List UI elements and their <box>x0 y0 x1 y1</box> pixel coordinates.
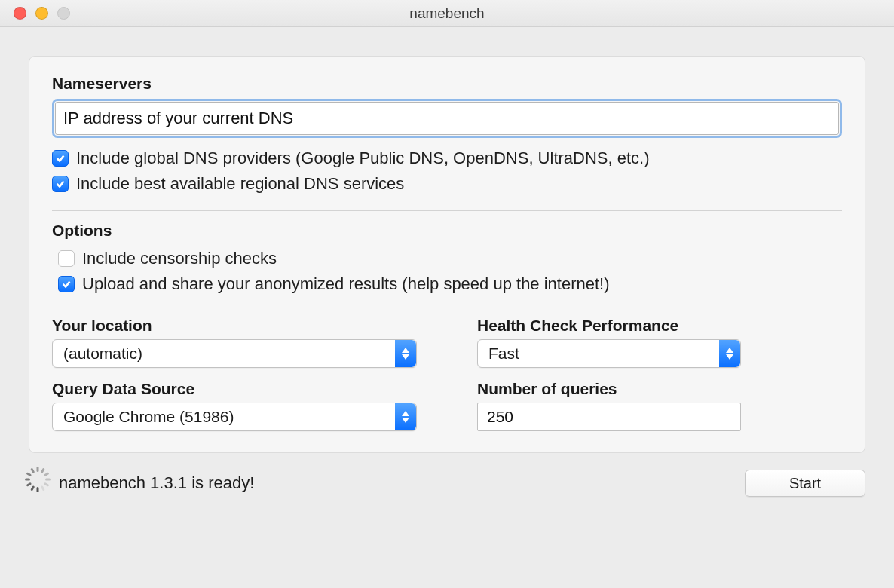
include-regional-label: Include best available regional DNS serv… <box>76 171 404 197</box>
location-value: (automatic) <box>63 345 142 363</box>
health-select[interactable]: Fast <box>477 339 741 368</box>
health-label: Health Check Performance <box>477 317 842 335</box>
start-button[interactable]: Start <box>745 470 865 497</box>
queries-field: Number of queries <box>477 380 842 431</box>
include-global-checkbox[interactable] <box>52 150 69 167</box>
include-regional-checkbox[interactable] <box>52 176 69 192</box>
window-titlebar: namebench <box>0 0 894 27</box>
include-regional-row[interactable]: Include best available regional DNS serv… <box>52 171 842 197</box>
options-heading: Options <box>52 222 842 240</box>
data-source-field: Query Data Source Google Chrome (51986) <box>52 380 417 431</box>
queries-input[interactable] <box>477 403 741 431</box>
select-stepper-icon <box>395 340 416 367</box>
data-source-value: Google Chrome (51986) <box>63 408 234 426</box>
chevron-up-icon <box>402 348 409 353</box>
checkmark-icon <box>55 153 66 164</box>
settings-panel: Nameservers Include global DNS providers… <box>29 56 865 453</box>
data-source-select[interactable]: Google Chrome (51986) <box>52 403 417 431</box>
divider <box>52 210 842 211</box>
nameservers-heading: Nameservers <box>52 75 842 93</box>
checkmark-icon <box>61 279 72 289</box>
health-value: Fast <box>488 345 519 363</box>
health-field: Health Check Performance Fast <box>477 317 842 368</box>
include-global-label: Include global DNS providers (Google Pub… <box>76 145 650 171</box>
chevron-down-icon <box>726 354 733 360</box>
minimize-window-button[interactable] <box>35 7 48 20</box>
upload-checkbox[interactable] <box>58 276 75 292</box>
form-grid: Your location (automatic) Health Check P… <box>52 317 842 431</box>
location-field: Your location (automatic) <box>52 317 417 368</box>
zoom-window-button[interactable] <box>57 7 70 20</box>
upload-label: Upload and share your anonymized results… <box>82 271 610 297</box>
censorship-label: Include censorship checks <box>82 246 277 271</box>
censorship-row[interactable]: Include censorship checks <box>58 246 842 271</box>
chevron-up-icon <box>726 348 733 353</box>
options-block: Include censorship checks Upload and sha… <box>52 246 842 297</box>
chevron-up-icon <box>402 411 409 416</box>
window-title: namebench <box>0 5 894 22</box>
queries-label: Number of queries <box>477 380 842 398</box>
location-select[interactable]: (automatic) <box>52 339 417 368</box>
footer: namebench 1.3.1 is ready! Start <box>0 453 894 497</box>
chevron-down-icon <box>402 354 409 360</box>
close-window-button[interactable] <box>14 7 26 20</box>
censorship-checkbox[interactable] <box>58 250 75 267</box>
data-source-label: Query Data Source <box>52 380 417 398</box>
upload-row[interactable]: Upload and share your anonymized results… <box>58 271 842 297</box>
chevron-down-icon <box>402 418 409 423</box>
status-area: namebench 1.3.1 is ready! <box>29 473 254 493</box>
traffic-lights <box>0 7 70 20</box>
location-label: Your location <box>52 317 417 335</box>
select-stepper-icon <box>719 340 740 367</box>
nameservers-input[interactable] <box>55 102 839 135</box>
checkmark-icon <box>55 179 66 189</box>
include-global-row[interactable]: Include global DNS providers (Google Pub… <box>52 145 842 171</box>
status-text: namebench 1.3.1 is ready! <box>59 473 254 493</box>
nameservers-input-focus-ring <box>52 99 842 138</box>
content-area: Nameservers Include global DNS providers… <box>0 27 894 453</box>
spinner-icon <box>29 474 47 492</box>
start-button-label: Start <box>789 475 821 492</box>
select-stepper-icon <box>395 403 416 430</box>
